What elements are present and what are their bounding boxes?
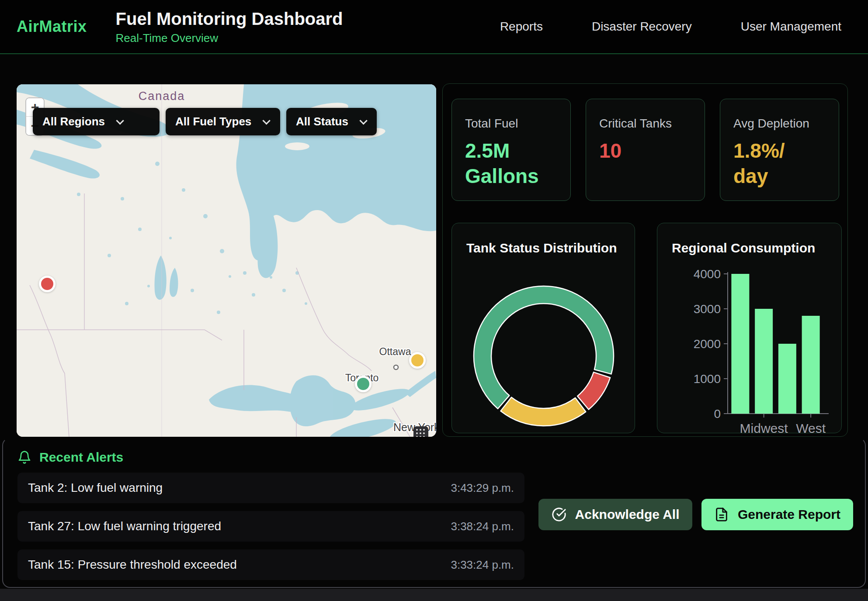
alerts-heading: Recent Alerts [39,450,123,465]
regional-consumption-card: 01000200030004000MidwestWest Regional Co… [657,223,842,433]
alert-message: Tank 15: Pressure threshold exceeded [28,558,237,572]
metrics-panel: Total Fuel 2.5M Gallons Critical Tanks 1… [442,83,848,437]
stat-value: 10 [599,138,691,164]
stat-value: 2.5M Gallons [465,138,557,189]
bar-0 [731,274,749,414]
grid-dots-icon [416,429,426,437]
alerts-list: Tank 2: Low fuel warning 3:43:29 p.m. Ta… [17,473,524,588]
map-canvas: Canada Ottawa Toronto New York [17,84,436,437]
alert-timestamp: 3:33:24 p.m. [451,558,514,572]
alert-row[interactable]: Tank 2: Low fuel warning 3:43:29 p.m. [17,473,524,503]
donut-segment-critical [577,372,610,409]
map-filter-bar: All Regions All Fuel Types All Status [33,108,377,135]
tank-marker-normal[interactable] [355,376,372,392]
stat-label: Critical Tanks [599,117,691,131]
tank-marker-critical[interactable] [39,276,56,292]
stat-label: Total Fuel [465,117,557,131]
bar-1 [755,309,773,414]
tank-status-card: Tank Status Distribution [451,223,635,433]
region-filter-label: All Regions [42,115,105,128]
bar-3 [802,316,820,414]
chevron-down-icon [263,117,271,124]
fuel-map[interactable]: Canada Ottawa Toronto New York + − All R… [17,84,436,437]
y-tick-label: 3000 [694,302,721,316]
map-attribution-button[interactable] [413,426,428,437]
charts-row: Tank Status Distribution 010002000300040… [451,223,842,433]
map-town-dot-ottawa [394,365,398,370]
acknowledge-all-label: Acknowledge All [575,507,680,522]
stat-card-total-fuel: Total Fuel 2.5M Gallons [451,99,571,201]
alert-message: Tank 27: Low fuel warning triggered [28,519,221,533]
main-nav: Reports Disaster Recovery User Managemen… [500,20,868,34]
region-filter-dropdown[interactable]: All Regions [33,108,160,135]
chevron-down-icon [359,117,367,124]
alert-message: Tank 2: Low fuel warning [28,481,163,495]
stat-label: Avg Depletion [733,117,826,131]
y-tick-label: 2000 [694,337,721,351]
stat-card-avg-depletion: Avg Depletion 1.8%/ day [720,99,839,201]
footer-strip [0,589,868,601]
alert-row[interactable]: Tank 15: Pressure threshold exceeded 3:3… [17,549,524,580]
x-tick-label: West [796,421,826,433]
map-label-canada: Canada [139,90,185,103]
generate-report-label: Generate Report [738,507,840,522]
bar-2 [778,344,796,414]
nav-reports[interactable]: Reports [500,20,543,34]
status-filter-dropdown[interactable]: All Status [286,108,377,135]
recent-alerts-panel: Recent Alerts Tank 2: Low fuel warning 3… [2,438,866,588]
fuel-type-filter-label: All Fuel Types [175,115,251,128]
page-title: Fuel Monitoring Dashboard [116,9,343,29]
y-tick-label: 0 [714,407,721,421]
nav-disaster-recovery[interactable]: Disaster Recovery [592,20,692,34]
y-tick-label: 1000 [694,372,721,386]
chevron-down-icon [116,117,124,124]
nav-user-management[interactable]: User Management [741,20,841,34]
chart-title: Tank Status Distribution [466,241,617,256]
chart-title: Regional Consumption [672,241,815,256]
stats-row: Total Fuel 2.5M Gallons Critical Tanks 1… [451,99,839,201]
fuel-type-filter-dropdown[interactable]: All Fuel Types [166,108,280,135]
brand-logo: AirMatrix [17,17,87,36]
bell-icon [17,450,31,464]
donut-segment-warning [500,397,586,426]
x-tick-label: Midwest [740,421,788,433]
page-subtitle: Real-Time Overview [116,31,343,45]
dashboard-root: AirMatrix Fuel Monitoring Dashboard Real… [0,0,868,601]
app-header: AirMatrix Fuel Monitoring Dashboard Real… [0,0,868,54]
status-filter-label: All Status [296,115,348,128]
alert-row[interactable]: Tank 27: Low fuel warning triggered 3:38… [17,511,524,542]
file-text-icon [714,507,729,522]
alert-timestamp: 3:38:24 p.m. [451,520,514,533]
acknowledge-all-button[interactable]: Acknowledge All [538,499,692,530]
tank-marker-warning[interactable] [409,352,426,369]
stat-value: 1.8%/ day [733,138,826,189]
generate-report-button[interactable]: Generate Report [701,499,853,530]
check-circle-icon [552,507,566,522]
map-label-ottawa: Ottawa [379,346,411,357]
alert-timestamp: 3:43:29 p.m. [451,481,514,495]
y-tick-label: 4000 [694,267,721,281]
alerts-header: Recent Alerts [17,450,123,465]
alerts-actions: Acknowledge All Generate Report [538,499,853,530]
title-block: Fuel Monitoring Dashboard Real-Time Over… [116,9,343,45]
stat-card-critical-tanks: Critical Tanks 10 [586,99,705,201]
